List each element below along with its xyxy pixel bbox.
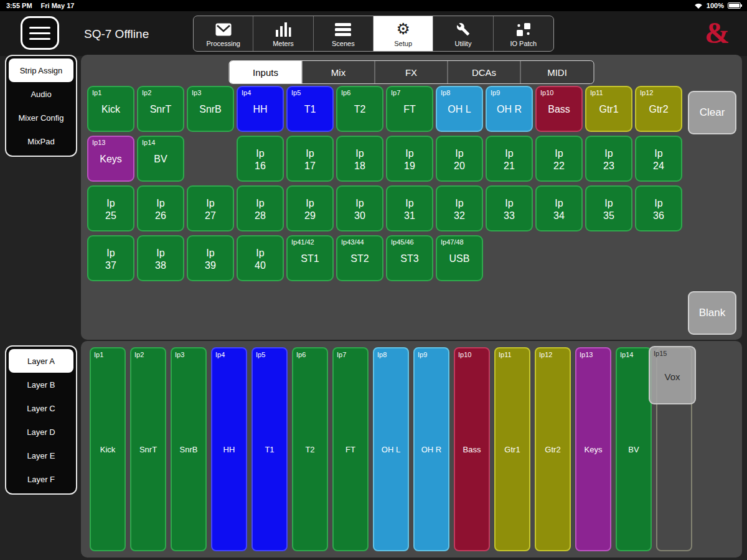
channel-button-ip38[interactable]: Ip 38: [137, 235, 184, 281]
sidebar-item-layer-f[interactable]: Layer F: [9, 467, 73, 491]
blank-button[interactable]: Blank: [688, 291, 736, 335]
channel-button-ip24[interactable]: Ip 24: [635, 136, 682, 182]
channel-button-ip23[interactable]: Ip 23: [585, 136, 632, 182]
channel-id-label: Ip8: [377, 351, 387, 358]
tab-inputs[interactable]: Inputs: [230, 61, 303, 83]
channel-button-ip19[interactable]: Ip 19: [386, 136, 433, 182]
channel-button-ip12[interactable]: Ip12Gtr2: [635, 86, 682, 132]
channel-button-ip7[interactable]: Ip7FT: [386, 86, 433, 132]
toolbar-item-io-patch[interactable]: IO Patch: [494, 16, 553, 51]
channel-button-ip4344[interactable]: Ip43/44ST2: [336, 235, 383, 281]
channel-strip-ip9[interactable]: Ip9OH R: [413, 347, 449, 551]
channel-name-label: Gtr2: [636, 104, 681, 116]
strip-layout-panel: Ip1KickIp2SnrTIp3SnrBIp4HHIp5T1Ip6T2Ip7F…: [81, 341, 742, 558]
channel-button-ip22[interactable]: Ip 22: [535, 136, 583, 182]
channel-button-ip39[interactable]: Ip 39: [187, 235, 234, 281]
channel-button-ip9[interactable]: Ip9OH R: [486, 86, 533, 132]
channel-button-ip4142[interactable]: Ip41/42ST1: [286, 235, 334, 281]
channel-button-ip16[interactable]: Ip 16: [237, 136, 284, 182]
channel-name-label: Ip 36: [636, 197, 681, 221]
channel-strip-ip11[interactable]: Ip11Gtr1: [494, 347, 530, 551]
tab-fx[interactable]: FX: [375, 61, 448, 83]
channel-button-ip27[interactable]: Ip 27: [187, 185, 234, 231]
channel-button-ip10[interactable]: Ip10Bass: [535, 86, 583, 132]
toolbar-item-label: Scenes: [332, 40, 355, 47]
channel-button-ip36[interactable]: Ip 36: [635, 185, 682, 231]
channel-button-ip31[interactable]: Ip 31: [386, 185, 433, 231]
channel-name-label: BV: [617, 445, 651, 454]
channel-strip-ip6[interactable]: Ip6T2: [292, 347, 328, 551]
channel-button-ip20[interactable]: Ip 20: [436, 136, 483, 182]
channel-button-ip21[interactable]: Ip 21: [486, 136, 533, 182]
channel-button-ip18[interactable]: Ip 18: [336, 136, 383, 182]
channel-button-ip32[interactable]: Ip 32: [436, 185, 483, 231]
channel-button-ip33[interactable]: Ip 33: [486, 185, 533, 231]
sidebar-item-mixpad[interactable]: MixPad: [9, 129, 73, 153]
channel-button-ip26[interactable]: Ip 26: [137, 185, 184, 231]
channel-button-ip6[interactable]: Ip6T2: [336, 86, 383, 132]
toolbar-item-scenes[interactable]: Scenes: [314, 16, 374, 51]
channel-button-ip1[interactable]: Ip1Kick: [87, 86, 134, 132]
menu-button[interactable]: [21, 16, 59, 50]
channel-button-ip34[interactable]: Ip 34: [535, 185, 583, 231]
channel-button-ip13[interactable]: Ip13Keys: [87, 136, 134, 182]
channel-id-label: Ip4: [242, 89, 251, 96]
channel-strip-ip4[interactable]: Ip4HH: [211, 347, 247, 551]
channel-button-ip2[interactable]: Ip2SnrT: [137, 86, 184, 132]
channel-strip-ip8[interactable]: Ip8OH L: [373, 347, 409, 551]
toolbar-item-processing[interactable]: Processing: [194, 16, 253, 51]
channel-strip-ip5[interactable]: Ip5T1: [251, 347, 288, 551]
channel-button-ip17[interactable]: Ip 17: [286, 136, 334, 182]
tab-midi[interactable]: MIDI: [521, 61, 594, 83]
clear-button[interactable]: Clear: [688, 91, 736, 134]
channel-name-label: SnrB: [188, 104, 233, 116]
sidebar-item-layer-d[interactable]: Layer D: [9, 420, 73, 444]
channel-button-ip29[interactable]: Ip 29: [286, 185, 334, 231]
channel-id-label: Ip9: [418, 351, 427, 358]
channel-button-ip30[interactable]: Ip 30: [336, 185, 383, 231]
channel-button-ip14[interactable]: Ip14BV: [137, 136, 184, 182]
channel-button-ip28[interactable]: Ip 28: [237, 185, 284, 231]
channel-id-label: Ip10: [540, 89, 553, 96]
channel-button-ip4748[interactable]: Ip47/48USB: [436, 235, 483, 281]
channel-button-ip11[interactable]: Ip11Gtr1: [585, 86, 632, 132]
tab-mix[interactable]: Mix: [303, 61, 375, 83]
channel-button-ip35[interactable]: Ip 35: [585, 185, 632, 231]
toolbar-item-label: Utility: [455, 40, 472, 47]
tab-dcas[interactable]: DCAs: [448, 61, 521, 83]
toolbar-item-meters[interactable]: Meters: [253, 16, 313, 51]
channel-button-ip8[interactable]: Ip8OH L: [436, 86, 483, 132]
channel-button-ip3[interactable]: Ip3SnrB: [187, 86, 234, 132]
channel-strip-ip12[interactable]: Ip12Gtr2: [535, 347, 571, 551]
drag-ghost-vox[interactable]: Ip15 Vox: [649, 346, 696, 404]
channel-strip-ip7[interactable]: Ip7FT: [332, 347, 369, 551]
channel-name-label: Gtr1: [496, 445, 529, 454]
channel-button-ip5[interactable]: Ip5T1: [286, 86, 334, 132]
channel-strip-ip1[interactable]: Ip1Kick: [90, 347, 126, 551]
channel-strip-ip10[interactable]: Ip10Bass: [454, 347, 490, 551]
toolbar-item-setup[interactable]: ⚙ Setup: [374, 16, 433, 51]
channel-id-label: Ip3: [175, 351, 184, 358]
channel-button-ip37[interactable]: Ip 37: [87, 235, 134, 281]
channel-strip-ip3[interactable]: Ip3SnrB: [171, 347, 207, 551]
toolbar-item-label: Meters: [273, 40, 294, 47]
channel-strip-ip2[interactable]: Ip2SnrT: [130, 347, 166, 551]
channel-button-ip4[interactable]: Ip4HH: [237, 86, 284, 132]
channel-strip-ip14[interactable]: Ip14BV: [616, 347, 652, 551]
sidebar-item-layer-a[interactable]: Layer A: [9, 349, 73, 373]
sidebar-item-mixer-config[interactable]: Mixer Config: [9, 106, 73, 129]
channel-id-label: Ip6: [341, 89, 350, 96]
sidebar-item-layer-b[interactable]: Layer B: [9, 373, 73, 396]
channel-button-ip25[interactable]: Ip 25: [87, 185, 134, 231]
sidebar-item-layer-e[interactable]: Layer E: [9, 444, 73, 467]
channel-strip-ip13[interactable]: Ip13Keys: [575, 347, 611, 551]
channel-name-label: Ip 18: [337, 147, 382, 171]
sidebar-item-layer-c[interactable]: Layer C: [9, 396, 73, 420]
channel-id-label: Ip47/48: [441, 238, 464, 246]
sidebar-item-audio[interactable]: Audio: [9, 82, 73, 106]
channel-button-ip4546[interactable]: Ip45/46ST3: [386, 235, 433, 281]
channel-button-ip40[interactable]: Ip 40: [237, 235, 284, 281]
channel-name-label: OH L: [437, 104, 482, 116]
toolbar-item-utility[interactable]: Utility: [433, 16, 493, 51]
sidebar-item-strip-assign[interactable]: Strip Assign: [9, 58, 73, 82]
